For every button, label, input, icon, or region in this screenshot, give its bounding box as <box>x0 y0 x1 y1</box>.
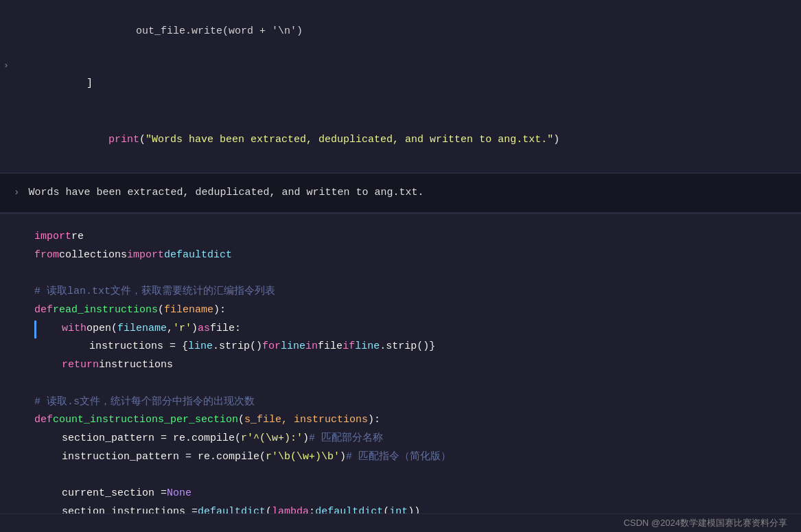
import-keyword: import <box>34 229 71 246</box>
import-re-name: re <box>71 229 84 246</box>
output-collapse-icon: › <box>14 187 19 198</box>
param-filename: filename <box>164 302 213 319</box>
top-code-section: out_file.write(word + '\n') › ] print("W… <box>0 0 801 173</box>
code-line-empty-2 <box>0 375 801 393</box>
instruction-pattern-var: instruction_pattern = re.compile( <box>62 449 266 466</box>
collapse-arrow: › <box>3 58 9 73</box>
defaultdict-name: defaultdict <box>164 247 232 264</box>
compile-close-2: ) <box>340 449 346 466</box>
code-line-empty-3 <box>0 467 801 485</box>
print-paren-close: ) <box>553 134 559 146</box>
paren-open-1: ( <box>158 302 164 319</box>
code-line-from-collections: from collections import defaultdict <box>0 246 801 265</box>
current-section-var: current_section = <box>62 485 167 502</box>
print-line: print("Words have been extracted, dedupl… <box>12 115 801 166</box>
pattern-string-2: r'\b(\w+)\b' <box>266 449 340 466</box>
output-section: › Words have been extracted, deduplicate… <box>0 173 801 214</box>
comment-instruction-pattern: # 匹配指令（简化版） <box>346 449 451 466</box>
section-pattern-var: section_pattern = re.compile( <box>62 430 241 448</box>
int-keyword: int <box>389 504 408 513</box>
comment-1: # 读取lan.txt文件，获取需要统计的汇编指令列表 <box>34 284 275 301</box>
defaultdict-call-2: defaultdict <box>315 504 383 513</box>
line-var-1: line <box>188 338 213 356</box>
strip-2: .strip()} <box>380 338 435 356</box>
code-line-def-read: def read_instructions ( filename ): <box>0 301 801 320</box>
open-paren-1: open( <box>86 321 117 338</box>
section-instructions-var: section_instructions = <box>62 504 198 513</box>
param-filename-ref: filename <box>117 321 167 338</box>
as-text: ) <box>191 321 198 338</box>
lambda-keyword: lambda <box>272 504 309 513</box>
strip-1: .strip() <box>213 338 262 356</box>
as-keyword-1: as <box>198 321 210 338</box>
lambda-colon: : <box>309 504 315 513</box>
return-keyword: return <box>62 357 99 374</box>
gutter-close: › <box>0 58 12 73</box>
output-line: › Words have been extracted, deduplicate… <box>0 182 801 204</box>
func-count-name: count_instructions_per_section <box>53 412 238 429</box>
in-keyword-1: in <box>305 338 318 356</box>
code-line-import-re: import re <box>0 228 801 246</box>
main-code-section[interactable]: import re from collections import defaul… <box>0 214 801 513</box>
code-line-partial-top: out_file.write(word + '\n') <box>0 5 801 58</box>
code-line-with-open-1: with open( filename , 'r' ) as file: <box>0 320 801 338</box>
print-keyword: print <box>108 134 139 146</box>
code-text: out_file.write(word + '\n') <box>136 25 303 37</box>
file-text-1: file: <box>210 321 241 338</box>
for-keyword-1: for <box>262 338 281 356</box>
with-keyword-1: with <box>62 321 86 338</box>
none-keyword: None <box>167 485 191 502</box>
code-line-section-pattern: section_pattern = re.compile( r'^(\w+):'… <box>0 430 801 448</box>
line-var-3: line <box>355 338 380 356</box>
defaultdict-call-1: defaultdict <box>198 504 266 513</box>
string-r: 'r' <box>173 321 191 338</box>
bracket-text: ] <box>12 58 801 109</box>
line-var-2: line <box>281 338 305 356</box>
if-keyword-1: if <box>343 338 355 356</box>
code-line-return: return instructions <box>0 356 801 375</box>
func-read-name: read_instructions <box>53 302 158 319</box>
def-keyword-2: def <box>34 412 53 429</box>
print-string: "Words have been extracted, deduplicated… <box>146 134 553 146</box>
code-line-section-instructions: section_instructions = defaultdict ( lam… <box>0 503 801 513</box>
close-parens: )) <box>408 504 420 513</box>
comment-section-pattern: # 匹配部分名称 <box>309 430 383 448</box>
code-line-def-count: def count_instructions_per_section ( s_f… <box>0 411 801 430</box>
comma-1: , <box>167 321 173 338</box>
editor-container: out_file.write(word + '\n') › ] print("W… <box>0 0 801 532</box>
code-line-empty-1 <box>0 264 801 283</box>
paren-open-2: ( <box>238 412 244 429</box>
collections-text: collections <box>59 247 127 264</box>
code-line-instruction-pattern: instruction_pattern = re.compile( r'\b(\… <box>0 448 801 467</box>
code-line-current-section: current_section = None <box>0 485 801 503</box>
compile-close-1: ) <box>303 430 309 448</box>
line-text: out_file.write(word + '\n') <box>12 6 801 57</box>
code-line-comment-1: # 读取lan.txt文件，获取需要统计的汇编指令列表 <box>0 283 801 301</box>
paren-close-colon-2: ): <box>368 412 380 429</box>
return-value: instructions <box>99 357 173 374</box>
code-line-print: print("Words have been extracted, dedupl… <box>0 115 801 167</box>
output-text: Words have been extracted, deduplicated,… <box>28 187 423 198</box>
import-keyword-2: import <box>127 247 164 264</box>
bracket: ] <box>86 78 93 89</box>
params-count: s_file, instructions <box>244 412 368 429</box>
pattern-string-1: r'^(\w+):' <box>241 430 303 448</box>
paren-close-colon-1: ): <box>213 302 226 319</box>
watermark-text: CSDN @2024数学建模国赛比赛资料分享 <box>623 517 787 529</box>
from-keyword: from <box>34 247 59 264</box>
code-line-close-bracket: › ] <box>0 58 801 110</box>
code-line-instructions: instructions = { line .strip() for line … <box>0 338 801 356</box>
def-keyword-1: def <box>34 302 53 319</box>
file-var-1: file <box>318 338 343 356</box>
int-paren: ( <box>383 504 389 513</box>
bottom-bar: CSDN @2024数学建模国赛比赛资料分享 <box>0 513 801 532</box>
code-line-comment-2: # 读取.s文件，统计每个部分中指令的出现次数 <box>0 393 801 412</box>
lambda-paren: ( <box>266 504 272 513</box>
comment-2: # 读取.s文件，统计每个部分中指令的出现次数 <box>34 394 255 411</box>
print-paren-open: ( <box>139 134 146 146</box>
instructions-var: instructions = { <box>89 338 188 356</box>
